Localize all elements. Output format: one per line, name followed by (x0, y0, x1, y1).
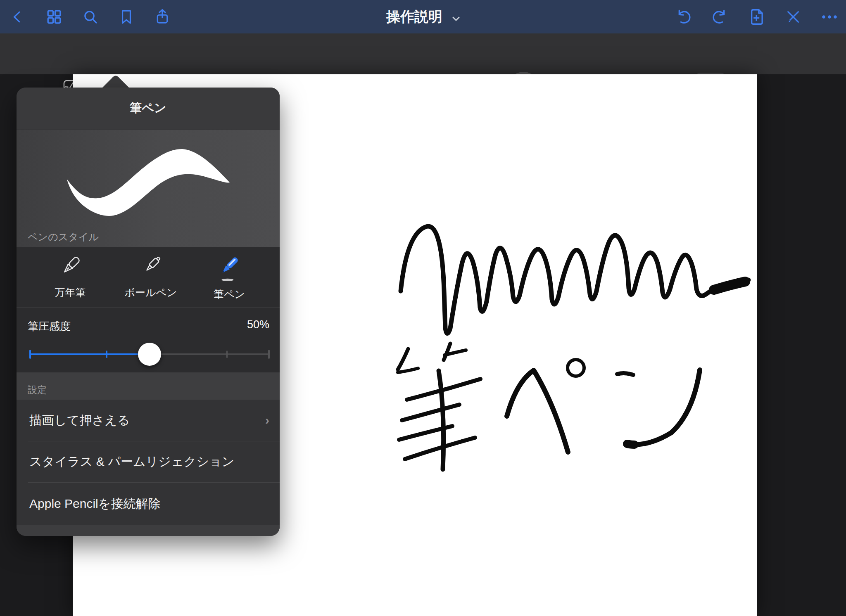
pressure-label: 筆圧感度 (28, 319, 71, 334)
pen-style-label: 筆ペン (214, 287, 245, 301)
page-title: 操作説明 (386, 7, 442, 26)
pressure-slider-fill (29, 353, 150, 355)
row-label: 描画して押さえる (29, 412, 130, 429)
redo-icon[interactable] (708, 5, 731, 28)
settings-rows: 描画して押さえる › スタイラス & パームリジェクション Apple Penc… (17, 400, 280, 525)
pen-style-label: ボールペン (124, 286, 177, 299)
brush-pen-icon (216, 254, 243, 283)
pen-style-fountain[interactable]: 万年筆 (35, 247, 105, 308)
row-draw-and-hold[interactable]: 描画して押さえる › (17, 400, 280, 441)
slider-tick (106, 351, 107, 358)
pressure-slider[interactable] (29, 349, 270, 360)
slider-endcap-right (268, 350, 270, 359)
row-stylus-palm-rejection[interactable]: スタイラス & パームリジェクション (17, 441, 280, 482)
nav-bar: 操作説明 (0, 0, 846, 33)
chevron-down-icon (452, 9, 460, 25)
row-disconnect-apple-pencil[interactable]: Apple Pencilを接続解除 (17, 483, 280, 525)
pen-style-section-label: ペンのスタイル (28, 230, 99, 244)
brush-stroke-preview-swoosh (17, 130, 280, 247)
chevron-right-icon: › (265, 413, 269, 427)
more-icon[interactable] (818, 5, 841, 28)
popover-arrow (102, 75, 129, 88)
pen-style-brush[interactable]: 筆ペン (194, 247, 264, 308)
row-label: スタイラス & パームリジェクション (29, 453, 235, 470)
add-page-icon[interactable] (745, 5, 768, 28)
pen-style-ballpoint[interactable]: ボールペン (116, 247, 186, 308)
pen-style-row: 万年筆 ボールペン 筆ペン (17, 247, 280, 308)
popover-bottom-strip (17, 525, 280, 536)
pressure-slider-thumb[interactable] (138, 343, 161, 366)
slider-endcap-left (29, 350, 31, 359)
row-label: Apple Pencilを接続解除 (29, 495, 160, 512)
stylus-disconnect-icon[interactable] (782, 5, 805, 28)
pressure-value: 50% (247, 318, 269, 331)
ballpoint-pen-icon (137, 254, 164, 282)
stroke-preview: ペンのスタイル (17, 130, 280, 247)
pen-style-label: 万年筆 (55, 286, 86, 299)
settings-section-header: 設定 (17, 372, 280, 400)
pressure-section: 筆圧感度 50% (17, 308, 280, 372)
pen-settings-popover: 筆ペン ペンのスタイル 万年筆 ボールペン (17, 88, 280, 536)
popover-title: 筆ペン (17, 88, 280, 129)
fountain-pen-icon (57, 254, 84, 282)
notes-app: 操作説明 (0, 0, 846, 616)
slider-tick (226, 351, 228, 358)
tool-bar (0, 33, 846, 74)
undo-icon[interactable] (672, 5, 695, 28)
